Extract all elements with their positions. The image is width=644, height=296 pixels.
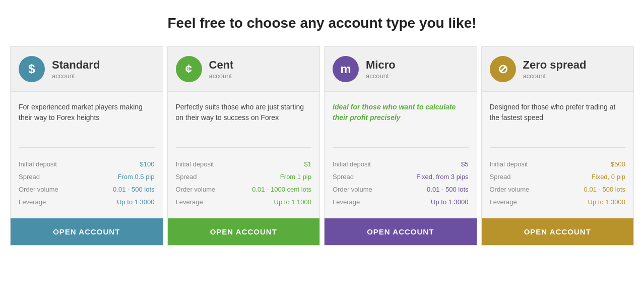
stat-value: From 1 pip [280, 173, 311, 181]
stat-label: Leverage [333, 198, 360, 206]
card-title-block-standard: Standardaccount [52, 58, 100, 79]
card-subtitle-standard: account [52, 72, 100, 80]
open-account-button-standard[interactable]: OPEN ACCOUNT [11, 218, 163, 245]
zero-icon: ⊘ [490, 56, 516, 82]
stat-row: LeverageUp to 1:3000 [490, 196, 626, 208]
stat-value: $5 [461, 160, 468, 168]
stat-label: Spread [176, 173, 197, 181]
stat-value: Up to 1:3000 [588, 198, 625, 206]
card-header-zero: ⊘Zero spreadaccount [482, 47, 634, 92]
card-subtitle-zero: account [523, 72, 587, 80]
stat-value: $100 [140, 160, 155, 168]
stat-row: Order volume0.01 - 500 lots [19, 183, 155, 196]
stat-value: $500 [611, 160, 625, 168]
stat-value: $1 [304, 160, 311, 168]
stat-row: SpreadFixed, 0 pip [490, 170, 626, 183]
stat-row: Order volume0.01 - 500 lots [490, 183, 626, 196]
card-stats-micro: Initial deposit$5SpreadFixed, from 3 pip… [325, 153, 477, 218]
card-description-micro: Ideal for those who want to calculate th… [325, 92, 477, 147]
stat-value: Up to 1:1000 [274, 198, 311, 206]
stat-label: Leverage [19, 198, 46, 206]
card-description-cent: Perfectly suits those who are just start… [168, 92, 320, 147]
card-name-micro: Micro [366, 58, 396, 72]
stat-label: Order volume [490, 186, 530, 193]
card-cent: ¢CentaccountPerfectly suits those who ar… [167, 46, 320, 246]
stat-row: Initial deposit$1 [176, 158, 312, 170]
stat-value: 0.01 - 500 lots [584, 186, 625, 193]
card-subtitle-micro: account [366, 72, 396, 80]
divider-standard [19, 147, 155, 148]
stat-value: 0.01 - 500 lots [113, 186, 154, 193]
card-header-cent: ¢Centaccount [168, 47, 320, 92]
stat-value: Fixed, 0 pip [592, 173, 625, 181]
card-stats-standard: Initial deposit$100SpreadFrom 0.5 pipOrd… [11, 153, 163, 218]
card-name-zero: Zero spread [523, 58, 587, 72]
stat-value: Up to 1:3000 [117, 198, 154, 206]
stat-row: Initial deposit$500 [490, 158, 626, 170]
card-description-zero: Designed for those who prefer trading at… [482, 92, 634, 147]
stat-label: Initial deposit [19, 160, 57, 168]
stat-row: LeverageUp to 1:1000 [176, 196, 312, 208]
stat-row: Initial deposit$100 [19, 158, 155, 170]
card-title-block-micro: Microaccount [366, 58, 396, 79]
stat-label: Spread [19, 173, 40, 181]
stat-label: Leverage [176, 198, 203, 206]
card-stats-cent: Initial deposit$1SpreadFrom 1 pipOrder v… [168, 153, 320, 218]
open-account-button-cent[interactable]: OPEN ACCOUNT [168, 218, 320, 245]
stat-label: Order volume [333, 186, 372, 193]
micro-icon: m [333, 56, 359, 82]
card-header-micro: mMicroaccount [325, 47, 477, 92]
stat-value: Up to 1:3000 [431, 198, 468, 206]
stat-label: Spread [333, 173, 354, 181]
card-micro: mMicroaccountIdeal for those who want to… [324, 46, 477, 246]
card-title-block-cent: Centaccount [209, 58, 234, 79]
stat-label: Order volume [176, 186, 216, 193]
divider-zero [490, 147, 626, 148]
card-name-cent: Cent [209, 58, 234, 72]
standard-icon: $ [19, 56, 45, 82]
stat-row: LeverageUp to 1:3000 [333, 196, 469, 208]
card-name-standard: Standard [52, 58, 100, 72]
cards-container: $StandardaccountFor experienced market p… [10, 46, 634, 246]
stat-label: Order volume [19, 186, 58, 193]
card-subtitle-cent: account [209, 72, 234, 80]
card-title-block-zero: Zero spreadaccount [523, 58, 587, 79]
stat-value: 0.01 - 500 lots [427, 186, 468, 193]
stat-row: SpreadFrom 0.5 pip [19, 170, 155, 183]
stat-value: Fixed, from 3 pips [416, 173, 468, 181]
stat-row: Initial deposit$5 [333, 158, 469, 170]
stat-row: Order volume0.01 - 1000 cent lots [176, 183, 312, 196]
cent-icon: ¢ [176, 56, 202, 82]
card-stats-zero: Initial deposit$500SpreadFixed, 0 pipOrd… [482, 153, 634, 218]
card-zero: ⊘Zero spreadaccountDesigned for those wh… [481, 46, 634, 246]
divider-micro [333, 147, 469, 148]
open-account-button-zero[interactable]: OPEN ACCOUNT [482, 218, 634, 245]
divider-cent [176, 147, 312, 148]
card-standard: $StandardaccountFor experienced market p… [10, 46, 163, 246]
stat-value: From 0.5 pip [118, 173, 155, 181]
open-account-button-micro[interactable]: OPEN ACCOUNT [325, 218, 477, 245]
stat-row: LeverageUp to 1:3000 [19, 196, 155, 208]
stat-row: SpreadFrom 1 pip [176, 170, 312, 183]
stat-row: Order volume0.01 - 500 lots [333, 183, 469, 196]
stat-label: Spread [490, 173, 511, 181]
stat-value: 0.01 - 1000 cent lots [252, 186, 311, 193]
stat-label: Initial deposit [490, 160, 528, 168]
card-header-standard: $Standardaccount [11, 47, 163, 92]
stat-row: SpreadFixed, from 3 pips [333, 170, 469, 183]
stat-label: Leverage [490, 198, 517, 206]
stat-label: Initial deposit [176, 160, 214, 168]
card-description-standard: For experienced market players making th… [11, 92, 163, 147]
stat-label: Initial deposit [333, 160, 371, 168]
page-title: Feel free to choose any account type you… [10, 15, 634, 31]
